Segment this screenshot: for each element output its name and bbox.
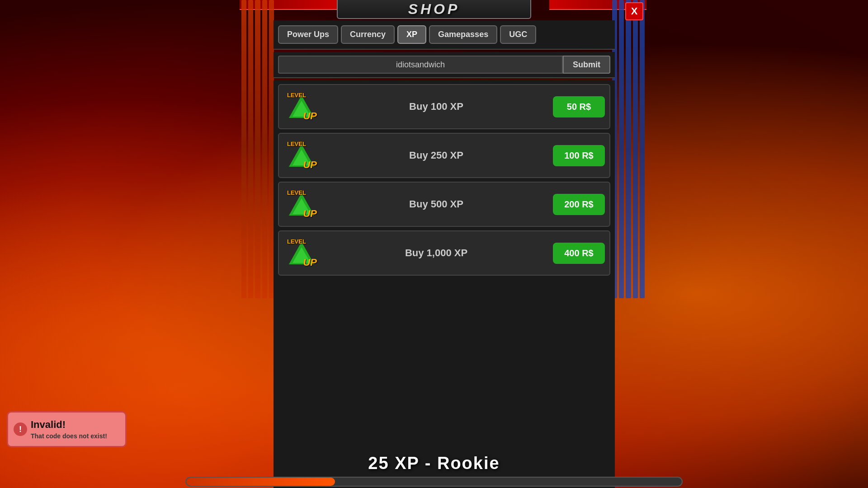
notif-title: Invalid!: [31, 419, 118, 431]
buy-button-xp250[interactable]: 100 R$: [553, 145, 605, 166]
stripe-2: [248, 0, 253, 298]
notif-message: That code does not exist!: [31, 432, 118, 440]
stripe-1: [241, 0, 246, 298]
shop-title: SHOP: [408, 1, 460, 18]
blue-stripe-2: [619, 0, 624, 298]
code-bar: Submit: [274, 52, 615, 78]
stripe-3: [255, 0, 260, 298]
xp-progress-track: [185, 477, 683, 487]
submit-button[interactable]: Submit: [563, 56, 610, 74]
item-label-xp100: Buy 100 XP: [326, 101, 546, 113]
blue-stripe-4: [633, 0, 638, 298]
tab-ugc[interactable]: UGC: [500, 25, 536, 44]
shop-item-xp250: LEVEL UP Buy 250 XP 100 R$: [278, 133, 610, 178]
notif-icon: !: [14, 422, 27, 436]
shop-item-xp1000: LEVEL UP Buy 1,000 XP 400 R$: [278, 230, 610, 276]
shop-item-xp100: LEVEL UP Buy 100 XP 50 R$: [278, 84, 610, 129]
tab-power-ups[interactable]: Power Ups: [278, 25, 338, 44]
left-decoration: [240, 0, 276, 298]
right-decoration: [610, 0, 646, 298]
level-up-logo-4: LEVEL UP: [283, 235, 320, 271]
level-up-logo-1: LEVEL UP: [283, 89, 320, 125]
item-label-xp1000: Buy 1,000 XP: [326, 247, 546, 259]
level-up-logo-3: LEVEL UP: [283, 186, 320, 222]
code-input[interactable]: [278, 56, 563, 74]
shop-title-bar: SHOP: [337, 0, 531, 19]
tab-gamepasses[interactable]: Gamepasses: [429, 25, 497, 44]
notification-invalid: ! Invalid! That code does not exist!: [7, 411, 127, 447]
item-label-xp250: Buy 250 XP: [326, 150, 546, 161]
close-button[interactable]: X: [625, 2, 643, 20]
buy-button-xp100[interactable]: 50 R$: [553, 96, 605, 117]
tab-currency[interactable]: Currency: [341, 25, 395, 44]
item-label-xp500: Buy 500 XP: [326, 198, 546, 210]
xp-label: 25 XP - Rookie: [368, 454, 500, 473]
close-icon: X: [631, 5, 638, 17]
xp-progress-fill: [186, 478, 335, 486]
blue-stripe-3: [626, 0, 631, 298]
blue-stripe-5: [640, 0, 645, 298]
items-list: LEVEL UP Buy 100 XP 50 R$ LEVEL UP Buy 2…: [274, 80, 615, 488]
buy-button-xp500[interactable]: 200 R$: [553, 194, 605, 215]
shop-item-xp500: LEVEL UP Buy 500 XP 200 R$: [278, 182, 610, 227]
stripe-4: [262, 0, 267, 298]
level-up-logo-2: LEVEL UP: [283, 137, 320, 174]
buy-button-xp1000[interactable]: 400 R$: [553, 243, 605, 264]
tab-xp[interactable]: XP: [397, 25, 426, 44]
xp-bar-area: 25 XP - Rookie: [0, 452, 868, 488]
tab-bar: Power Ups Currency XP Gamepasses UGC: [274, 20, 615, 50]
